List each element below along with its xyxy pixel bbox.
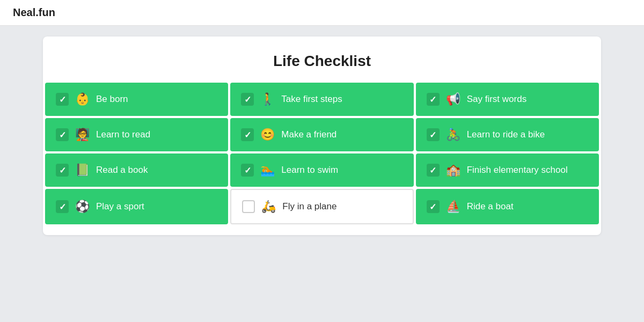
item-label-be-born: Be born [96, 94, 128, 105]
checklist-item-read-a-book[interactable]: ✓📗Read a book [45, 153, 228, 187]
item-emoji-learn-to-read: 🧑‍🏫 [75, 128, 90, 142]
checkbox-fly-in-a-plane [242, 200, 255, 213]
item-emoji-learn-to-ride-a-bike: 🚴 [446, 128, 460, 142]
checklist-item-fly-in-a-plane[interactable]: 🛵Fly in a plane [230, 189, 413, 224]
checkbox-learn-to-swim: ✓ [241, 164, 254, 177]
checklist-item-learn-to-swim[interactable]: ✓🏊Learn to swim [230, 153, 413, 187]
checkbox-play-a-sport: ✓ [56, 200, 69, 213]
checkbox-take-first-steps: ✓ [241, 93, 254, 106]
item-emoji-take-first-steps: 🚶 [260, 92, 275, 106]
checklist-item-say-first-words[interactable]: ✓📢Say first words [416, 83, 599, 116]
checklist-card: Life Checklist ✓👶Be born✓🚶Take first ste… [43, 36, 601, 235]
item-emoji-play-a-sport: ⚽ [75, 200, 90, 214]
item-label-read-a-book: Read a book [96, 165, 148, 175]
checklist-item-take-first-steps[interactable]: ✓🚶Take first steps [230, 83, 413, 116]
checkbox-finish-elementary-school: ✓ [427, 164, 440, 177]
item-emoji-read-a-book: 📗 [75, 163, 90, 177]
checkbox-say-first-words: ✓ [427, 93, 440, 106]
item-label-ride-a-boat: Ride a boat [467, 201, 514, 212]
item-label-learn-to-swim: Learn to swim [281, 165, 338, 175]
checkmark-icon: ✓ [429, 94, 436, 105]
checkmark-icon: ✓ [429, 165, 436, 175]
checkmark-icon: ✓ [59, 130, 66, 140]
checkmark-icon: ✓ [244, 165, 251, 175]
item-emoji-fly-in-a-plane: 🛵 [261, 200, 276, 214]
checklist-item-finish-elementary-school[interactable]: ✓🏫Finish elementary school [416, 153, 599, 187]
checkbox-be-born: ✓ [56, 93, 69, 106]
item-label-learn-to-read: Learn to read [96, 129, 150, 140]
main-container: Life Checklist ✓👶Be born✓🚶Take first ste… [0, 26, 644, 246]
item-emoji-be-born: 👶 [75, 92, 90, 106]
checkmark-icon: ✓ [244, 130, 251, 140]
item-label-say-first-words: Say first words [467, 94, 526, 105]
top-bar: Neal.fun [0, 0, 644, 26]
item-label-take-first-steps: Take first steps [281, 94, 342, 105]
item-emoji-learn-to-swim: 🏊 [260, 163, 275, 177]
checkmark-icon: ✓ [59, 94, 66, 105]
item-label-play-a-sport: Play a sport [96, 201, 144, 212]
checkmark-icon: ✓ [429, 202, 436, 212]
checklist-item-learn-to-ride-a-bike[interactable]: ✓🚴Learn to ride a bike [416, 118, 599, 151]
item-emoji-make-a-friend: 😊 [260, 128, 275, 142]
site-title: Neal.fun [13, 6, 55, 18]
checkbox-learn-to-ride-a-bike: ✓ [427, 128, 440, 141]
checklist-item-be-born[interactable]: ✓👶Be born [45, 83, 228, 116]
item-label-fly-in-a-plane: Fly in a plane [282, 201, 336, 212]
checkbox-learn-to-read: ✓ [56, 128, 69, 141]
checklist-item-learn-to-read[interactable]: ✓🧑‍🏫Learn to read [45, 118, 228, 151]
checkmark-icon: ✓ [59, 202, 66, 212]
checkbox-make-a-friend: ✓ [241, 128, 254, 141]
checkmark-icon: ✓ [59, 165, 66, 175]
checkbox-ride-a-boat: ✓ [427, 200, 440, 213]
page-heading: Life Checklist [43, 36, 601, 83]
checkbox-read-a-book: ✓ [56, 164, 69, 177]
checklist-grid: ✓👶Be born✓🚶Take first steps✓📢Say first w… [43, 83, 601, 224]
checklist-item-make-a-friend[interactable]: ✓😊Make a friend [230, 118, 413, 151]
item-emoji-say-first-words: 📢 [446, 92, 460, 106]
checklist-item-play-a-sport[interactable]: ✓⚽Play a sport [45, 189, 228, 224]
checkmark-icon: ✓ [429, 130, 436, 140]
item-label-finish-elementary-school: Finish elementary school [467, 165, 568, 175]
checklist-item-ride-a-boat[interactable]: ✓⛵Ride a boat [416, 189, 599, 224]
item-label-learn-to-ride-a-bike: Learn to ride a bike [467, 129, 545, 140]
item-emoji-finish-elementary-school: 🏫 [446, 163, 460, 177]
item-label-make-a-friend: Make a friend [281, 129, 336, 140]
checkmark-icon: ✓ [244, 94, 251, 105]
item-emoji-ride-a-boat: ⛵ [446, 200, 460, 214]
